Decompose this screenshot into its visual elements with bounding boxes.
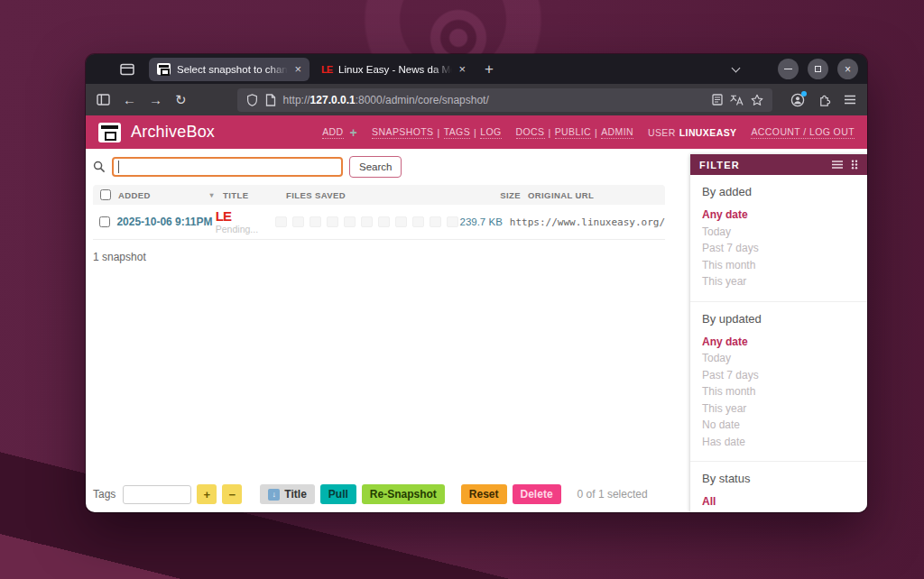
account-notification-dot xyxy=(801,91,807,96)
archive-method-icon xyxy=(395,216,407,227)
shield-icon[interactable] xyxy=(246,94,258,106)
nav-log[interactable]: LOG xyxy=(480,126,501,139)
account-button[interactable] xyxy=(790,93,805,107)
filter-option[interactable]: Past 7 days xyxy=(702,240,855,257)
username: LINUXEASY xyxy=(679,127,737,138)
url-bar[interactable]: http://127.0.0.1:8000/admin/core/snapsho… xyxy=(237,88,772,112)
window-controls: × xyxy=(778,59,858,79)
filter-option[interactable]: Today xyxy=(702,350,855,367)
nav-add[interactable]: ADD+ xyxy=(322,125,357,140)
original-url[interactable]: https://www.linuxeasy.org/ xyxy=(503,216,665,228)
filter-option[interactable]: This month xyxy=(702,257,855,274)
forward-icon[interactable]: → xyxy=(149,93,162,106)
archivebox-header: ArchiveBox ADD+ SNAPSHOTS| TAGS| LOG DOC… xyxy=(86,115,867,149)
extensions-puzzle-icon[interactable] xyxy=(818,93,831,106)
filter-title: FILTER xyxy=(699,160,740,170)
filter-option[interactable]: No date xyxy=(702,417,855,434)
pull-button[interactable]: Pull xyxy=(320,484,356,504)
nav-snapshots[interactable]: SNAPSHOTS xyxy=(372,126,433,139)
delete-button[interactable]: Delete xyxy=(513,484,561,504)
filter-option[interactable]: This month xyxy=(702,383,855,400)
column-files-saved: FILES SAVED xyxy=(286,190,474,200)
filter-collapse-icon[interactable] xyxy=(832,161,843,169)
re-snapshot-button[interactable]: Re-Snapshot xyxy=(362,484,445,504)
archivebox-logo-icon xyxy=(98,123,121,142)
page-info-icon[interactable] xyxy=(265,94,276,106)
reader-mode-icon[interactable] xyxy=(712,94,723,106)
close-tab-icon[interactable]: × xyxy=(458,63,466,75)
filter-option[interactable]: succeeded xyxy=(702,510,855,513)
sort-descending-icon[interactable]: ▾ xyxy=(210,191,214,199)
filter-option[interactable]: Past 7 days xyxy=(702,367,855,384)
nav-public[interactable]: PUBLIC xyxy=(555,126,591,139)
archive-method-icon xyxy=(378,216,390,227)
filter-option[interactable]: Any date xyxy=(702,334,855,351)
filter-section-by-status: By status All succeeded xyxy=(690,462,867,512)
archive-method-icon xyxy=(430,216,441,227)
archive-method-icon xyxy=(447,216,458,227)
tab-linuxeasy[interactable]: LE Linux Easy - News da Mon × xyxy=(313,58,474,81)
nav-admin[interactable]: ADMIN xyxy=(601,126,633,139)
filter-option[interactable]: This year xyxy=(702,273,855,290)
nav-account-logout[interactable]: ACCOUNT / LOG OUT xyxy=(751,126,855,139)
maximize-button[interactable] xyxy=(808,59,828,79)
add-tag-button[interactable]: + xyxy=(197,484,217,504)
new-tab-button[interactable]: + xyxy=(477,60,501,78)
action-bar: Tags + − ↓ Title Pull Re-Snapshot Reset … xyxy=(93,484,648,504)
search-icon xyxy=(93,161,106,173)
column-added[interactable]: ADDED xyxy=(118,190,151,200)
maximize-icon xyxy=(815,66,821,72)
minimize-button[interactable] xyxy=(778,59,799,79)
select-all-checkbox[interactable] xyxy=(100,189,111,200)
filter-option[interactable]: Any date xyxy=(702,207,855,224)
snapshot-date-link[interactable]: 2025-10-06 9:11PM xyxy=(116,216,212,228)
search-input[interactable] xyxy=(112,157,343,177)
filter-option[interactable]: This year xyxy=(702,400,855,418)
row-status: Pending... xyxy=(216,224,275,234)
nav-separator: | xyxy=(437,127,439,138)
filter-section-by-added: By added Any date Today Past 7 days This… xyxy=(690,175,867,302)
nav-separator: | xyxy=(549,127,551,138)
filter-option[interactable]: Has date xyxy=(702,434,855,451)
close-tab-icon[interactable]: × xyxy=(294,63,301,75)
list-tabs-chevron-icon[interactable] xyxy=(732,65,740,73)
url-text[interactable]: http://127.0.0.1:8000/admin/core/snapsho… xyxy=(283,94,489,106)
translate-icon[interactable] xyxy=(730,94,744,106)
archive-method-icon xyxy=(292,216,304,227)
filter-drag-grid-icon[interactable] xyxy=(851,160,858,170)
menu-hamburger-icon[interactable] xyxy=(844,95,856,105)
nav-snapshots-tags-log: SNAPSHOTS| TAGS| LOG xyxy=(372,126,501,139)
table-header-row: ADDED▾ TITLE FILES SAVED SIZE ORIGINAL U… xyxy=(93,185,665,205)
tags-input[interactable] xyxy=(123,485,191,504)
filter-heading: By status xyxy=(702,472,855,485)
tab-title: Linux Easy - News da Mon xyxy=(338,64,452,75)
sidebar-toggle-icon[interactable] xyxy=(97,94,110,106)
tab-bar: Select snapshot to chang × LE Linux Easy… xyxy=(86,54,867,84)
row-checkbox[interactable] xyxy=(99,216,110,227)
tab-title: Select snapshot to chang xyxy=(177,64,288,75)
reset-button[interactable]: Reset xyxy=(461,484,507,504)
reload-icon[interactable]: ↻ xyxy=(175,93,187,106)
filter-option[interactable]: All xyxy=(702,493,855,510)
browser-window: Select snapshot to chang × LE Linux Easy… xyxy=(86,54,867,512)
search-button[interactable]: Search xyxy=(349,156,402,178)
plus-icon: + xyxy=(350,125,358,140)
close-window-button[interactable]: × xyxy=(837,59,858,79)
nav-docs[interactable]: DOCS xyxy=(516,126,545,139)
firefox-view-button[interactable] xyxy=(115,59,140,80)
back-icon[interactable]: ← xyxy=(123,93,136,106)
tab-snapshot[interactable]: Select snapshot to chang × xyxy=(149,58,310,81)
le-favicon: LE xyxy=(321,64,332,75)
files-saved-icons xyxy=(275,216,458,227)
title-button[interactable]: ↓ Title xyxy=(260,484,314,504)
archive-method-icon xyxy=(327,216,338,227)
column-size: SIZE xyxy=(474,190,521,200)
nav-tags[interactable]: TAGS xyxy=(444,126,470,139)
nav-separator: | xyxy=(474,127,476,138)
filter-option[interactable]: Today xyxy=(702,224,855,241)
remove-tag-button[interactable]: − xyxy=(222,484,242,504)
snapshot-size-link[interactable]: 239.7 KB xyxy=(458,216,503,227)
filter-heading: By updated xyxy=(702,312,855,326)
bookmark-star-icon[interactable] xyxy=(751,94,763,106)
archive-method-icon xyxy=(412,216,424,227)
